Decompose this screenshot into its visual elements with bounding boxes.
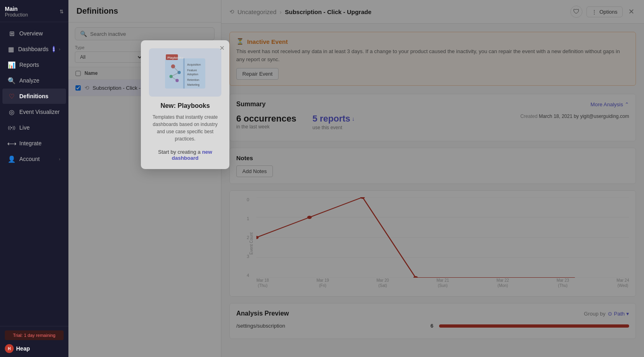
sidebar: Main Production ⇅ ⊞ Overview ▦ Dashboard… — [0, 0, 68, 357]
sidebar-item-overview[interactable]: ⊞ Overview — [2, 26, 66, 41]
playbooks-modal: ✕ Acquisition Feature — [141, 40, 229, 169]
trial-banner: Trial: 1 day remaining — [5, 330, 64, 340]
sidebar-item-label: Dashboards — [18, 46, 49, 52]
modal-overlay[interactable]: ✕ Acquisition Feature — [68, 0, 644, 357]
sidebar-item-label: Overview — [19, 30, 43, 37]
modal-close-button[interactable]: ✕ — [219, 44, 225, 52]
dashboards-icon: ▦ — [8, 45, 14, 53]
heap-logo-icon: H — [5, 344, 14, 353]
svg-text:Acquisition: Acquisition — [187, 63, 201, 66]
sidebar-item-reports[interactable]: 📊 Reports — [2, 57, 66, 72]
svg-text:Adoption: Adoption — [187, 73, 198, 76]
integrate-icon: ⟷ — [8, 140, 15, 147]
workspace-switcher[interactable]: Main Production ⇅ — [0, 0, 68, 22]
modal-cta: Start by creating a new dashboard — [149, 149, 221, 161]
modal-desc: Templates that instantly create dashboar… — [149, 113, 221, 142]
definitions-icon: ♡ — [8, 93, 15, 100]
svg-text:Retention: Retention — [187, 78, 199, 81]
reports-icon: 📊 — [8, 61, 15, 68]
sidebar-nav: ⊞ Overview ▦ Dashboards 1 › 📊 Reports 🔍 … — [0, 22, 68, 326]
sidebar-item-account[interactable]: 👤 Account › — [2, 151, 66, 167]
workspace-env: Production — [5, 12, 28, 18]
sidebar-item-dashboards[interactable]: ▦ Dashboards 1 › — [2, 41, 66, 57]
sidebar-item-label: Reports — [19, 62, 39, 68]
workspace-name: Main — [5, 6, 28, 12]
sidebar-item-analyze[interactable]: 🔍 Analyze — [2, 73, 66, 88]
sidebar-item-label: Live — [19, 124, 30, 131]
sidebar-item-integrate[interactable]: ⟷ Integrate — [2, 136, 66, 151]
svg-text:Playbooks: Playbooks — [167, 56, 184, 60]
event-visualizer-icon: ◎ — [8, 108, 15, 116]
analyze-icon: 🔍 — [8, 77, 15, 84]
sidebar-item-label: Definitions — [19, 93, 48, 99]
account-icon: 👤 — [8, 155, 15, 163]
dashboards-badge: 1 — [53, 46, 55, 52]
svg-rect-10 — [183, 58, 185, 89]
sidebar-item-live[interactable]: ((•)) Live — [2, 120, 66, 135]
sidebar-item-label: Account — [19, 156, 40, 162]
live-icon: ((•)) — [8, 124, 15, 131]
sidebar-item-label: Analyze — [19, 77, 39, 84]
dashboards-chevron-icon: › — [59, 47, 60, 52]
svg-text:Marketing: Marketing — [187, 83, 200, 87]
svg-text:Feature: Feature — [187, 69, 197, 72]
sidebar-item-definitions[interactable]: ♡ Definitions — [2, 89, 66, 104]
sidebar-item-event-visualizer[interactable]: ◎ Event Visualizer — [2, 104, 66, 120]
playbooks-illustration: Acquisition Feature Adoption Retention M… — [153, 50, 217, 95]
account-chevron-icon: › — [59, 157, 60, 161]
modal-title: New: Playbooks — [149, 102, 221, 109]
workspace-chevron-icon: ⇅ — [60, 9, 64, 14]
heap-logo: H Heap — [5, 344, 64, 353]
heap-logo-text: Heap — [16, 345, 30, 352]
sidebar-footer: Trial: 1 day remaining H Heap — [0, 326, 68, 357]
overview-icon: ⊞ — [8, 30, 15, 37]
sidebar-item-label: Integrate — [19, 140, 41, 147]
main-content: Definitions 🔍 Type All Used in reports A… — [68, 0, 644, 357]
sidebar-item-label: Event Visualizer — [19, 109, 60, 115]
modal-image: Acquisition Feature Adoption Retention M… — [149, 48, 221, 97]
